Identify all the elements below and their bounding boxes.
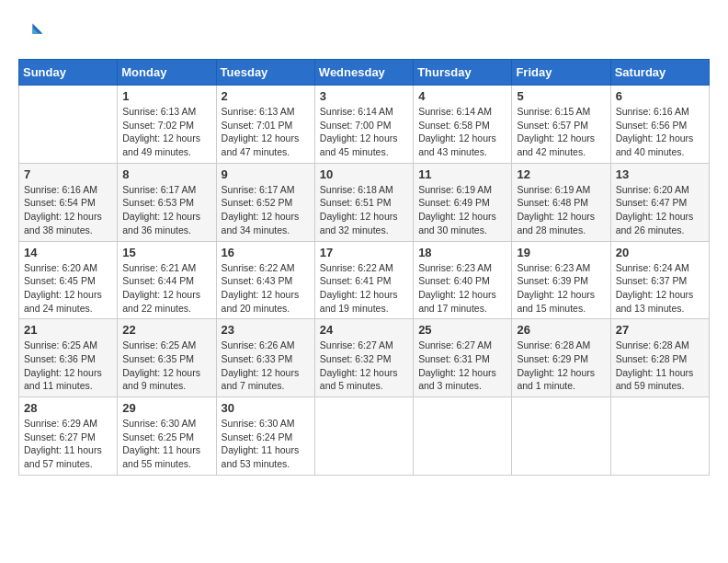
day-cell: [19, 86, 118, 164]
day-info: Sunrise: 6:17 AM Sunset: 6:52 PM Dayligh…: [222, 183, 310, 237]
header-tuesday: Tuesday: [216, 60, 314, 86]
day-number: 22: [122, 323, 210, 337]
day-number: 16: [222, 246, 310, 259]
day-info: Sunrise: 6:27 AM Sunset: 6:32 PM Dayligh…: [320, 339, 408, 393]
day-info: Sunrise: 6:19 AM Sunset: 6:48 PM Dayligh…: [517, 183, 605, 237]
day-info: Sunrise: 6:20 AM Sunset: 6:45 PM Dayligh…: [24, 261, 112, 316]
day-cell: 18Sunrise: 6:23 AM Sunset: 6:40 PM Dayli…: [414, 241, 512, 319]
day-cell: 13Sunrise: 6:20 AM Sunset: 6:47 PM Dayli…: [610, 163, 709, 241]
day-cell: 25Sunrise: 6:27 AM Sunset: 6:31 PM Dayli…: [414, 319, 512, 397]
day-cell: 15Sunrise: 6:21 AM Sunset: 6:44 PM Dayli…: [118, 241, 216, 319]
day-number: 17: [320, 246, 408, 259]
day-cell: 9Sunrise: 6:17 AM Sunset: 6:52 PM Daylig…: [216, 163, 314, 241]
day-cell: [512, 397, 610, 476]
calendar: SundayMondayTuesdayWednesdayThursdayFrid…: [18, 59, 710, 476]
week-row-2: 7Sunrise: 6:16 AM Sunset: 6:54 PM Daylig…: [19, 163, 710, 241]
day-cell: 1Sunrise: 6:13 AM Sunset: 7:02 PM Daylig…: [118, 86, 216, 164]
day-info: Sunrise: 6:13 AM Sunset: 7:02 PM Dayligh…: [122, 105, 210, 159]
day-info: Sunrise: 6:17 AM Sunset: 6:53 PM Dayligh…: [122, 183, 210, 237]
day-number: 28: [24, 401, 112, 415]
day-cell: 11Sunrise: 6:19 AM Sunset: 6:49 PM Dayli…: [414, 163, 512, 241]
day-cell: 28Sunrise: 6:29 AM Sunset: 6:27 PM Dayli…: [19, 397, 118, 476]
day-info: Sunrise: 6:24 AM Sunset: 6:37 PM Dayligh…: [616, 261, 704, 316]
day-number: 30: [222, 401, 310, 415]
day-number: 20: [616, 246, 704, 259]
day-cell: 20Sunrise: 6:24 AM Sunset: 6:37 PM Dayli…: [610, 241, 709, 319]
day-cell: 2Sunrise: 6:13 AM Sunset: 7:01 PM Daylig…: [216, 86, 314, 164]
header-friday: Friday: [512, 60, 610, 86]
day-info: Sunrise: 6:23 AM Sunset: 6:40 PM Dayligh…: [418, 261, 506, 316]
day-number: 9: [222, 167, 310, 181]
day-number: 23: [222, 323, 310, 337]
week-row-5: 28Sunrise: 6:29 AM Sunset: 6:27 PM Dayli…: [19, 397, 710, 476]
day-info: Sunrise: 6:30 AM Sunset: 6:24 PM Dayligh…: [222, 417, 310, 471]
day-cell: 26Sunrise: 6:28 AM Sunset: 6:29 PM Dayli…: [512, 319, 610, 397]
day-number: 15: [122, 246, 210, 259]
day-info: Sunrise: 6:13 AM Sunset: 7:01 PM Dayligh…: [222, 105, 310, 159]
day-cell: 12Sunrise: 6:19 AM Sunset: 6:48 PM Dayli…: [512, 163, 610, 241]
day-info: Sunrise: 6:25 AM Sunset: 6:35 PM Dayligh…: [122, 339, 210, 393]
day-number: 5: [517, 89, 605, 103]
header-monday: Monday: [118, 60, 216, 86]
day-info: Sunrise: 6:30 AM Sunset: 6:25 PM Dayligh…: [122, 417, 210, 471]
day-number: 4: [418, 89, 506, 103]
day-cell: 23Sunrise: 6:26 AM Sunset: 6:33 PM Dayli…: [216, 319, 314, 397]
day-info: Sunrise: 6:16 AM Sunset: 6:56 PM Dayligh…: [616, 105, 704, 159]
day-number: 2: [222, 89, 310, 103]
day-number: 7: [24, 167, 112, 181]
day-info: Sunrise: 6:18 AM Sunset: 6:51 PM Dayligh…: [320, 183, 408, 237]
day-cell: 4Sunrise: 6:14 AM Sunset: 6:58 PM Daylig…: [414, 86, 512, 164]
day-number: 24: [320, 323, 408, 337]
day-cell: 8Sunrise: 6:17 AM Sunset: 6:53 PM Daylig…: [118, 163, 216, 241]
day-info: Sunrise: 6:21 AM Sunset: 6:44 PM Dayligh…: [122, 261, 210, 316]
week-row-3: 14Sunrise: 6:20 AM Sunset: 6:45 PM Dayli…: [19, 241, 710, 319]
day-number: 3: [320, 89, 408, 103]
day-info: Sunrise: 6:15 AM Sunset: 6:57 PM Dayligh…: [517, 105, 605, 159]
week-row-4: 21Sunrise: 6:25 AM Sunset: 6:36 PM Dayli…: [19, 319, 710, 397]
day-number: 21: [24, 323, 112, 337]
day-number: 18: [418, 246, 506, 259]
day-cell: [610, 397, 709, 476]
calendar-header-row: SundayMondayTuesdayWednesdayThursdayFrid…: [19, 60, 710, 86]
day-number: 27: [616, 323, 704, 337]
day-number: 14: [24, 246, 112, 259]
day-cell: 17Sunrise: 6:22 AM Sunset: 6:41 PM Dayli…: [314, 241, 413, 319]
day-info: Sunrise: 6:23 AM Sunset: 6:39 PM Dayligh…: [517, 261, 605, 316]
day-number: 6: [616, 89, 704, 103]
day-cell: 22Sunrise: 6:25 AM Sunset: 6:35 PM Dayli…: [118, 319, 216, 397]
week-row-1: 1Sunrise: 6:13 AM Sunset: 7:02 PM Daylig…: [19, 86, 710, 164]
day-cell: 14Sunrise: 6:20 AM Sunset: 6:45 PM Dayli…: [19, 241, 118, 319]
day-info: Sunrise: 6:14 AM Sunset: 7:00 PM Dayligh…: [320, 105, 408, 159]
day-cell: 3Sunrise: 6:14 AM Sunset: 7:00 PM Daylig…: [314, 86, 413, 164]
day-cell: [314, 397, 413, 476]
day-cell: 16Sunrise: 6:22 AM Sunset: 6:43 PM Dayli…: [216, 241, 314, 319]
day-number: 12: [517, 167, 605, 181]
day-info: Sunrise: 6:16 AM Sunset: 6:54 PM Dayligh…: [24, 183, 112, 237]
day-cell: 21Sunrise: 6:25 AM Sunset: 6:36 PM Dayli…: [19, 319, 118, 397]
day-cell: 5Sunrise: 6:15 AM Sunset: 6:57 PM Daylig…: [512, 86, 610, 164]
header-wednesday: Wednesday: [314, 60, 413, 86]
day-cell: 24Sunrise: 6:27 AM Sunset: 6:32 PM Dayli…: [314, 319, 413, 397]
day-info: Sunrise: 6:29 AM Sunset: 6:27 PM Dayligh…: [24, 417, 112, 471]
day-number: 26: [517, 323, 605, 337]
day-cell: 29Sunrise: 6:30 AM Sunset: 6:25 PM Dayli…: [118, 397, 216, 476]
header-saturday: Saturday: [610, 60, 709, 86]
day-number: 13: [616, 167, 704, 181]
day-number: 19: [517, 246, 605, 259]
day-info: Sunrise: 6:27 AM Sunset: 6:31 PM Dayligh…: [418, 339, 506, 393]
day-info: Sunrise: 6:26 AM Sunset: 6:33 PM Dayligh…: [222, 339, 310, 393]
day-number: 11: [418, 167, 506, 181]
day-cell: 19Sunrise: 6:23 AM Sunset: 6:39 PM Dayli…: [512, 241, 610, 319]
day-info: Sunrise: 6:20 AM Sunset: 6:47 PM Dayligh…: [616, 183, 704, 237]
day-number: 8: [122, 167, 210, 181]
logo-icon: [18, 18, 44, 44]
day-info: Sunrise: 6:25 AM Sunset: 6:36 PM Dayligh…: [24, 339, 112, 393]
day-cell: 7Sunrise: 6:16 AM Sunset: 6:54 PM Daylig…: [19, 163, 118, 241]
header-thursday: Thursday: [414, 60, 512, 86]
day-number: 25: [418, 323, 506, 337]
logo: [18, 18, 48, 44]
day-info: Sunrise: 6:28 AM Sunset: 6:28 PM Dayligh…: [616, 339, 704, 393]
day-info: Sunrise: 6:14 AM Sunset: 6:58 PM Dayligh…: [418, 105, 506, 159]
page-header: [18, 18, 710, 44]
day-cell: [414, 397, 512, 476]
